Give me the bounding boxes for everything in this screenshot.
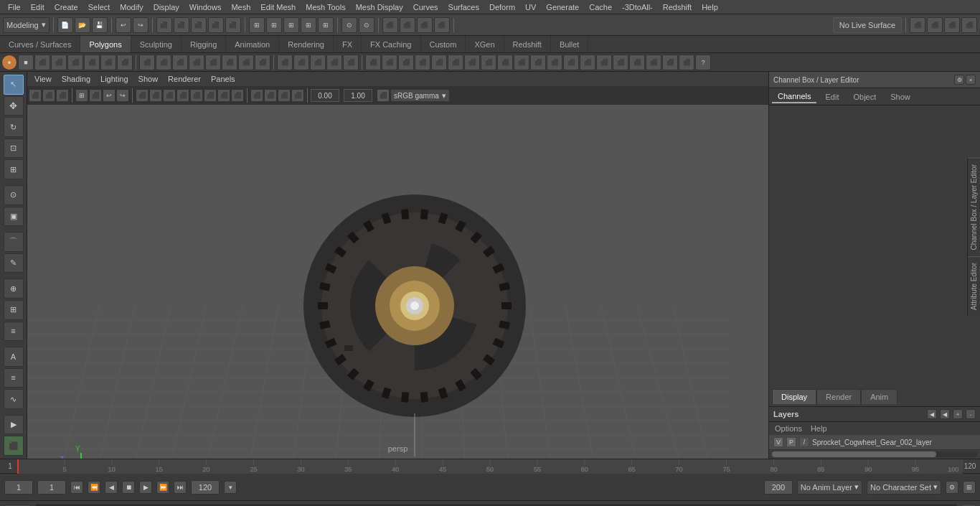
vt-grid-btn[interactable]: ⊞	[75, 89, 88, 102]
attribute-editor-side-tab[interactable]: Attribute Editor	[968, 256, 980, 316]
playback-speed-input[interactable]	[191, 480, 220, 495]
snap-curve-btn[interactable]: ⊞	[266, 17, 282, 33]
view-preset-3[interactable]: ⬛	[944, 17, 960, 33]
vt-wireframe-btn[interactable]: ⬛	[136, 89, 149, 102]
tab-bullet[interactable]: Bullet	[551, 36, 589, 52]
exposure-input[interactable]	[311, 89, 339, 102]
view-preset-2[interactable]: ⬛	[927, 17, 943, 33]
channels-tab[interactable]: Channels	[772, 90, 816, 103]
render-settings-btn[interactable]: ⬛	[417, 17, 433, 33]
step-fwd-btn[interactable]: ⏩	[156, 481, 169, 494]
circularize-btn[interactable]: ⬛	[255, 55, 270, 70]
prism-btn[interactable]: ⬛	[117, 55, 133, 70]
history-btn[interactable]: ⊙	[341, 17, 357, 33]
menu-mesh-display[interactable]: Mesh Display	[351, 1, 408, 13]
mel-execute-btn[interactable]: ⊞	[961, 504, 976, 507]
color-space-indicator[interactable]: ⬛	[377, 89, 390, 102]
play-back-btn[interactable]: ◀	[105, 481, 118, 494]
separate-btn[interactable]: ⬛	[293, 55, 309, 70]
vm-view[interactable]: View	[30, 73, 56, 85]
skip-to-start-btn[interactable]: ⏮	[70, 481, 83, 494]
vt-gamma-btn[interactable]: ⬛	[264, 89, 277, 102]
lasso-tool-btn[interactable]: ⌒	[4, 232, 24, 252]
menu-help[interactable]: Help	[697, 1, 723, 13]
layer-back-btn[interactable]: ◀	[927, 409, 937, 419]
tab-rendering[interactable]: Rendering	[279, 36, 334, 52]
snap-together-btn[interactable]: ⊕	[4, 278, 24, 299]
tab-sculpting[interactable]: Sculpting	[131, 36, 182, 52]
snap-surface-btn[interactable]: ⊞	[318, 17, 334, 33]
tool13-btn[interactable]: ⬛	[563, 55, 579, 70]
view-preset-4[interactable]: ⬛	[961, 17, 977, 33]
channel-box-side-tab[interactable]: Channel Box / Layer Editor	[968, 158, 980, 256]
tool3-btn[interactable]: ⬛	[398, 55, 414, 70]
tab-polygons[interactable]: Polygons	[80, 36, 131, 52]
tab-rigging[interactable]: Rigging	[182, 36, 226, 52]
tool8-btn[interactable]: ⬛	[481, 55, 496, 70]
paint-select-btn[interactable]: ⬛	[225, 17, 241, 33]
tool1-btn[interactable]: ⬛	[365, 55, 381, 70]
bevel-btn[interactable]: ⬛	[156, 55, 171, 70]
tool14-btn[interactable]: ⬛	[580, 55, 595, 70]
menu-edit-mesh[interactable]: Edit Mesh	[255, 1, 301, 13]
menu-edit[interactable]: Edit	[26, 1, 50, 13]
menu-deform[interactable]: Deform	[484, 1, 520, 13]
menu-modify[interactable]: Modify	[115, 1, 148, 13]
menu-generate[interactable]: Generate	[541, 1, 584, 13]
menu-uv[interactable]: UV	[520, 1, 541, 13]
layer-color-swatch[interactable]: /	[799, 437, 809, 447]
vt-flat-btn[interactable]: ⬛	[163, 89, 176, 102]
vt-redo-cam-btn[interactable]: ↪	[116, 89, 129, 102]
cone-btn[interactable]: ⬛	[84, 55, 100, 70]
cube-btn[interactable]: ■	[18, 55, 34, 70]
step-back-btn[interactable]: ⏪	[88, 481, 100, 494]
render-btn[interactable]: ⬛	[382, 17, 398, 33]
boolean-btn[interactable]: ⬛	[310, 55, 326, 70]
connect-btn[interactable]: ⬛	[238, 55, 254, 70]
torus-btn[interactable]: ⬛	[67, 55, 83, 70]
play-fwd-btn[interactable]: ▶	[139, 481, 152, 494]
menu-curves[interactable]: Curves	[408, 1, 443, 13]
tool20-btn[interactable]: ⬛	[679, 55, 694, 70]
view-preset-1[interactable]: ⬛	[910, 17, 925, 33]
snap-point-btn[interactable]: ⊞	[283, 17, 299, 33]
menu-cache[interactable]: Cache	[584, 1, 617, 13]
vt-smooth-btn[interactable]: ⬛	[149, 89, 162, 102]
vt-undo-cam-btn[interactable]: ↩	[103, 89, 116, 102]
start-frame-input[interactable]	[37, 480, 66, 495]
tab-xgen[interactable]: XGen	[466, 36, 504, 52]
mel-input[interactable]	[35, 504, 957, 507]
rotate-tool-btn[interactable]: ↻	[4, 117, 24, 137]
tab-curves-surfaces[interactable]: Curves / Surfaces	[0, 36, 80, 52]
select-by-component-btn[interactable]: ⬛	[174, 17, 189, 33]
fill-hole-btn[interactable]: ⬛	[189, 55, 204, 70]
plane-btn[interactable]: ⬛	[51, 55, 67, 70]
layer-visibility-v[interactable]: V	[773, 437, 783, 447]
graph-editor-btn[interactable]: ∿	[4, 389, 24, 409]
select-by-object-btn[interactable]: ⬛	[191, 17, 207, 33]
vm-panels[interactable]: Panels	[207, 73, 240, 85]
menu-mesh[interactable]: Mesh	[226, 1, 255, 13]
vt-ao-btn[interactable]: ⬛	[291, 89, 304, 102]
tool9-btn[interactable]: ⬛	[497, 55, 513, 70]
layer-back2-btn[interactable]: ◀	[940, 409, 950, 419]
timeline-ruler[interactable]: 5 10 15 20 25 30 35 40 45 50 55 60 65 70…	[17, 459, 963, 474]
anim-tab[interactable]: Anim	[861, 389, 897, 404]
menu-3dtool[interactable]: -3DtoAll-	[617, 1, 658, 13]
tab-fx[interactable]: FX	[334, 36, 362, 52]
current-frame-input[interactable]	[4, 480, 33, 495]
playblast-btn[interactable]: ▶	[4, 415, 24, 435]
vt-lock-btn[interactable]: ⬛	[56, 89, 69, 102]
stop-btn[interactable]: ⏹	[122, 481, 135, 494]
tool19-btn[interactable]: ⬛	[662, 55, 678, 70]
sphere-btn[interactable]: ●	[1, 55, 17, 70]
lasso-select-btn[interactable]: ⬛	[208, 17, 224, 33]
open-scene-btn[interactable]: 📂	[75, 17, 90, 33]
edit-tab[interactable]: Edit	[819, 91, 844, 103]
vm-lighting[interactable]: Lighting	[96, 73, 133, 85]
ipr-btn[interactable]: ⬛	[400, 17, 415, 33]
layers-help-btn[interactable]: Help	[808, 423, 830, 434]
vt-exposure-btn[interactable]: ⬛	[250, 89, 263, 102]
channel-box-btn[interactable]: ≡	[4, 322, 24, 342]
layer-del-btn[interactable]: -	[966, 409, 976, 419]
